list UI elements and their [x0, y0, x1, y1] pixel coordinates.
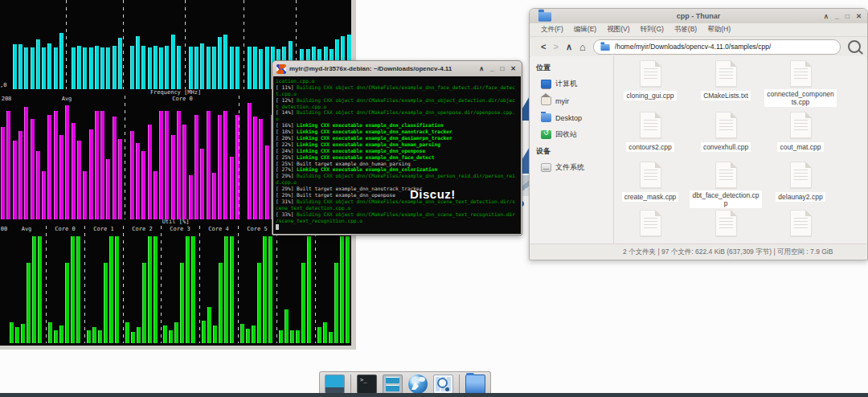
- file-item[interactable]: CMakeLists.txt: [690, 60, 762, 101]
- file-name: create_mask.cpp: [622, 192, 679, 202]
- chart-bar: [191, 236, 195, 343]
- chart-bar: [285, 309, 289, 343]
- chart-separator: [239, 96, 240, 219]
- chart-bar: [36, 151, 40, 219]
- filesystem-icon: [541, 163, 551, 172]
- sidebar-item-label: 计算机: [555, 79, 577, 89]
- terminal-line: [ 20%] Linking CXX executable example_dn…: [276, 135, 518, 141]
- file-item[interactable]: dbt_face_detection.cpp: [690, 162, 762, 209]
- chart-bar: [98, 330, 102, 343]
- chart-bar: [1, 127, 5, 219]
- menu-item-0[interactable]: 文件(F): [541, 25, 563, 35]
- sidebar-item-myir[interactable]: myir: [536, 92, 613, 109]
- chart-bar: [141, 151, 145, 219]
- app-finder-icon[interactable]: [433, 374, 453, 394]
- terminal-line: ication.cpp.o: [276, 78, 518, 84]
- progress-percent: [ 24%]: [276, 148, 297, 153]
- terminal-icon[interactable]: [357, 374, 377, 394]
- chart-bar: [125, 322, 129, 343]
- chart-bar: [268, 236, 272, 343]
- menu-item-3[interactable]: 转到(G): [641, 25, 664, 35]
- chart-separator: [161, 226, 162, 343]
- maximize-button[interactable]: □: [498, 64, 506, 74]
- progress-percent: [ 18%]: [276, 129, 297, 134]
- thunar-titlebar[interactable]: cpp - Thunar ∧ _ □ ✕: [530, 9, 867, 23]
- file-item[interactable]: connected_components.cpp: [764, 60, 837, 108]
- search-icon[interactable]: [848, 40, 861, 53]
- chart-bar: [212, 47, 216, 89]
- file-grid[interactable]: cloning_gui.cppCMakeLists.txtconnected_c…: [614, 56, 866, 244]
- terminal-text: Building CXX object dnn/CMakeFiles/examp…: [297, 173, 515, 178]
- terminal-output[interactable]: ication.cpp.o[ 11%] Building CXX object …: [273, 76, 521, 234]
- terminal-text: Built target example_dnn_human_parsing: [297, 161, 411, 166]
- file-item[interactable]: create_mask.cpp: [614, 162, 686, 203]
- back-icon[interactable]: <: [541, 43, 546, 51]
- progress-percent: [ 14%]: [276, 109, 297, 115]
- home-icon[interactable]: ⌂: [579, 42, 586, 52]
- forward-icon[interactable]: >: [553, 43, 558, 51]
- document-icon: [640, 60, 661, 87]
- chart-separator: [199, 226, 200, 343]
- minimize-button[interactable]: _: [489, 64, 495, 74]
- file-item[interactable]: cout_mat.cpp: [764, 112, 837, 153]
- sidebar-item-文件系统[interactable]: 文件系统: [536, 159, 613, 176]
- chart-bar: [48, 322, 52, 343]
- chart-bar: [32, 236, 36, 343]
- chart-bar: [253, 47, 257, 89]
- shade-button[interactable]: ∧: [477, 64, 485, 74]
- file-item[interactable]: cloning_gui.cpp: [614, 60, 686, 101]
- chart-bar: [259, 119, 263, 219]
- web-browser-icon[interactable]: [408, 374, 428, 394]
- terminal-line: [ 25%] Linking CXX executable example_dn…: [276, 154, 518, 161]
- chart-bar: [142, 263, 146, 343]
- file-item[interactable]: [690, 210, 762, 236]
- menu-item-1[interactable]: 编辑(E): [574, 25, 596, 35]
- terminal-titlebar[interactable]: myir@myd-lr3576x-debian: ~/Downloads/ope…: [272, 61, 522, 76]
- file-item[interactable]: convexhull.cpp: [690, 112, 762, 153]
- chart-bar: [279, 330, 283, 343]
- file-name: dbt_face_detection.cpp: [690, 190, 762, 208]
- minimize-button[interactable]: _: [835, 12, 839, 20]
- screen-bottom-edge: [0, 393, 868, 397]
- close-button[interactable]: ✕: [509, 64, 518, 74]
- terminal-text: Building CXX object dnn/CMakeFiles/examp…: [297, 84, 515, 90]
- file-cabinet-icon[interactable]: [383, 374, 403, 394]
- sidebar-item-Desktop[interactable]: Desktop: [536, 109, 613, 126]
- menu-item-2[interactable]: 视图(V): [607, 25, 629, 35]
- chart-bar: [189, 47, 193, 89]
- maximize-button[interactable]: □: [845, 12, 850, 20]
- menu-item-4[interactable]: 书签(B): [674, 25, 697, 35]
- chart-bar: [89, 129, 93, 219]
- chart-bar: [194, 115, 199, 219]
- chart-bar: [163, 325, 167, 343]
- shade-button[interactable]: ∧: [824, 12, 829, 20]
- chart-bar: [54, 111, 58, 219]
- terminal-line: /scene_text_recognition.cpp.o: [276, 218, 518, 224]
- file-manager-window[interactable]: cpp - Thunar ∧ _ □ ✕ 文件(F)编辑(E)视图(V)转到(G…: [529, 8, 868, 260]
- chart-bar: [72, 47, 76, 89]
- chart-bar: [200, 149, 204, 219]
- file-manager-icon[interactable]: [465, 374, 485, 394]
- file-item[interactable]: contours2.cpp: [614, 112, 686, 153]
- terminal-text: Linking CXX executable example_dnn_dasia…: [297, 135, 452, 141]
- sidebar-item-计算机[interactable]: 计算机: [536, 76, 613, 92]
- chart-bar: [47, 43, 51, 89]
- close-button[interactable]: ✕: [856, 12, 862, 20]
- progress-percent: [ 29%]: [276, 173, 297, 178]
- progress-percent: [ 25%]: [276, 154, 297, 160]
- file-item[interactable]: [764, 210, 837, 236]
- terminal-line: o: [276, 116, 518, 122]
- progress-percent: [ 31%]: [276, 198, 297, 204]
- chart-bar: [47, 115, 51, 219]
- path-bar[interactable]: /home/myir/Downloads/opencv-4.11.0/sampl…: [593, 39, 841, 55]
- menu-item-5[interactable]: 帮助(H): [707, 25, 731, 35]
- terminal-window[interactable]: myir@myd-lr3576x-debian: ~/Downloads/ope…: [272, 60, 522, 235]
- show-desktop-icon[interactable]: [325, 374, 345, 394]
- chart-bar: [189, 175, 193, 219]
- chart-bar: [207, 307, 211, 343]
- sidebar-item-回收站[interactable]: 回收站: [536, 126, 613, 143]
- file-name: CMakeLists.txt: [701, 91, 751, 100]
- file-item[interactable]: [614, 210, 686, 236]
- up-icon[interactable]: ∧: [566, 43, 572, 51]
- file-item[interactable]: delaunay2.cpp: [764, 162, 837, 203]
